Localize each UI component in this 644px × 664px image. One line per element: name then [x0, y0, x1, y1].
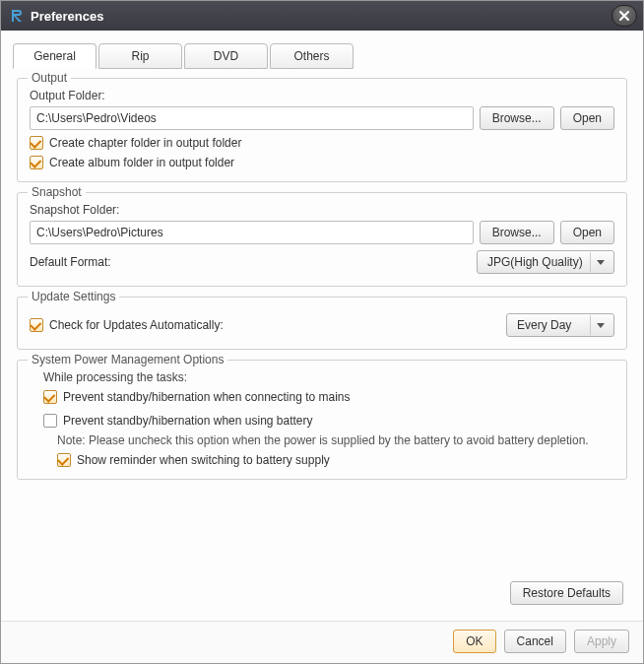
checkmark-icon — [30, 156, 43, 169]
output-folder-input[interactable] — [30, 106, 474, 130]
dialog-footer: OK Cancel Apply — [1, 621, 643, 663]
checkmark-icon — [57, 453, 71, 467]
snapshot-folder-input[interactable] — [30, 221, 474, 244]
titlebar: Preferences — [1, 1, 643, 31]
apply-button[interactable]: Apply — [574, 630, 629, 653]
close-icon — [618, 10, 630, 22]
window-title: Preferences — [31, 9, 612, 24]
checkbox-chapter-folder[interactable]: Create chapter folder in output folder — [30, 136, 614, 150]
checkbox-album-folder[interactable]: Create album folder in output folder — [30, 156, 614, 169]
chevron-down-icon — [590, 252, 610, 272]
tab-dvd[interactable]: DVD — [184, 43, 268, 69]
output-open-button[interactable]: Open — [560, 106, 614, 130]
checkmark-icon — [43, 390, 57, 404]
prevent-mains-label: Prevent standby/hibernation when connect… — [63, 390, 351, 404]
checkbox-show-reminder[interactable]: Show reminder when switching to battery … — [57, 453, 614, 467]
restore-defaults-button[interactable]: Restore Defaults — [510, 581, 623, 605]
checkbox-auto-update[interactable]: Check for Updates Automatically: — [30, 318, 224, 332]
app-logo-icon — [9, 8, 25, 24]
while-processing-label: While processing the tasks: — [43, 370, 614, 384]
update-interval-value: Every Day — [517, 318, 590, 332]
output-folder-label: Output Folder: — [30, 89, 614, 102]
tab-rip[interactable]: Rip — [98, 43, 182, 69]
group-update: Update Settings Check for Updates Automa… — [17, 297, 627, 350]
default-format-label: Default Format: — [30, 255, 111, 269]
update-interval-select[interactable]: Every Day — [506, 313, 614, 337]
auto-update-label: Check for Updates Automatically: — [49, 318, 224, 332]
content-area: General Rip DVD Others Output Output Fol… — [1, 31, 643, 621]
chapter-folder-label: Create chapter folder in output folder — [49, 136, 241, 150]
preferences-dialog: Preferences General Rip DVD Others Outpu… — [0, 0, 644, 664]
group-output: Output Output Folder: Browse... Open Cre… — [17, 78, 627, 182]
default-format-value: JPG(High Quality) — [487, 255, 590, 269]
snapshot-folder-label: Snapshot Folder: — [30, 203, 614, 217]
group-power: System Power Management Options While pr… — [17, 360, 627, 480]
checkbox-prevent-battery[interactable]: Prevent standby/hibernation when using b… — [43, 414, 614, 428]
tab-others[interactable]: Others — [270, 43, 354, 69]
battery-note: Note: Please uncheck this option when th… — [57, 433, 614, 447]
group-snapshot: Snapshot Snapshot Folder: Browse... Open… — [17, 192, 627, 287]
ok-button[interactable]: OK — [453, 630, 495, 653]
group-output-title: Output — [28, 71, 71, 85]
output-browse-button[interactable]: Browse... — [480, 106, 554, 130]
checkbox-empty-icon — [43, 414, 57, 428]
group-power-title: System Power Management Options — [28, 353, 227, 366]
snapshot-open-button[interactable]: Open — [560, 221, 614, 244]
prevent-battery-label: Prevent standby/hibernation when using b… — [63, 414, 313, 428]
show-reminder-label: Show reminder when switching to battery … — [77, 453, 330, 467]
cancel-button[interactable]: Cancel — [504, 630, 566, 653]
default-format-select[interactable]: JPG(High Quality) — [477, 250, 614, 274]
tab-row: General Rip DVD Others — [13, 42, 631, 68]
group-snapshot-title: Snapshot — [28, 185, 86, 199]
close-button[interactable] — [612, 5, 637, 27]
group-update-title: Update Settings — [28, 290, 119, 303]
tab-panel-general: Output Output Folder: Browse... Open Cre… — [13, 68, 631, 613]
snapshot-browse-button[interactable]: Browse... — [480, 221, 554, 244]
checkmark-icon — [30, 318, 43, 332]
checkbox-prevent-mains[interactable]: Prevent standby/hibernation when connect… — [43, 390, 614, 404]
checkmark-icon — [30, 136, 43, 150]
chevron-down-icon — [590, 315, 610, 335]
tab-general[interactable]: General — [13, 43, 97, 69]
album-folder-label: Create album folder in output folder — [49, 156, 234, 169]
